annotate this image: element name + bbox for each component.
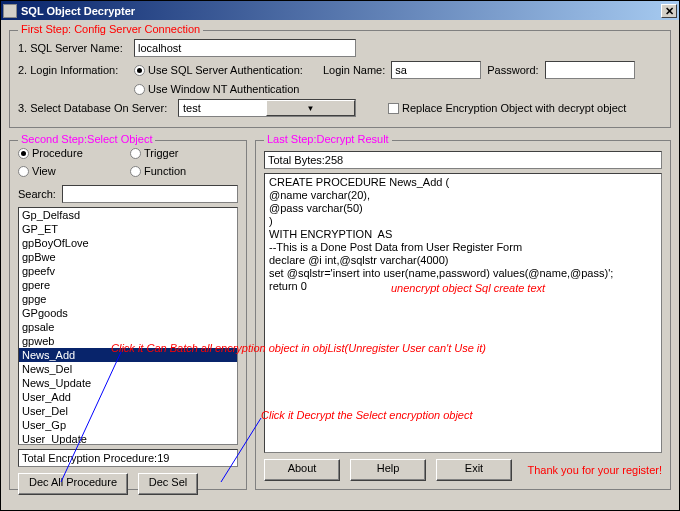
- list-item[interactable]: GPgoods: [19, 306, 237, 320]
- replace-checkbox[interactable]: Replace Encryption Object with decrypt o…: [388, 102, 626, 114]
- list-item[interactable]: gpBwe: [19, 250, 237, 264]
- password-label: Password:: [487, 64, 538, 76]
- chevron-down-icon: ▼: [266, 100, 355, 116]
- function-radio[interactable]: Function: [130, 165, 238, 177]
- list-item[interactable]: User_Gp: [19, 418, 237, 432]
- login-name-label: Login Name:: [323, 64, 385, 76]
- login-name-input[interactable]: [391, 61, 481, 79]
- list-item[interactable]: News_Del: [19, 362, 237, 376]
- list-item[interactable]: User_Add: [19, 390, 237, 404]
- thank-you-label: Thank you for your register!: [527, 464, 662, 476]
- total-count: Total Encryption Procedure:19: [18, 449, 238, 467]
- list-item[interactable]: gpweb: [19, 334, 237, 348]
- exit-button[interactable]: Exit: [436, 459, 512, 481]
- search-label: Search:: [18, 188, 56, 200]
- total-bytes: Total Bytes:258: [264, 151, 662, 169]
- app-icon: [3, 4, 17, 18]
- procedure-radio[interactable]: Procedure: [18, 147, 126, 159]
- sql-auth-radio[interactable]: Use SQL Server Authentication:: [134, 64, 303, 76]
- window-title: SQL Object Decrypter: [21, 5, 661, 17]
- result-textarea[interactable]: CREATE PROCEDURE News_Add ( @name varcha…: [264, 173, 662, 453]
- dec-all-button[interactable]: Dec All Procedure: [18, 473, 128, 495]
- list-item[interactable]: gpge: [19, 292, 237, 306]
- nt-auth-radio[interactable]: Use Window NT Authentication: [134, 83, 299, 95]
- second-step-legend: Second Step:Select Object: [18, 133, 155, 145]
- first-step-legend: First Step: Config Server Connection: [18, 23, 203, 35]
- login-info-label: 2. Login Information:: [18, 64, 128, 76]
- password-input[interactable]: [545, 61, 635, 79]
- database-select[interactable]: test ▼: [178, 99, 356, 117]
- list-item[interactable]: User_Del: [19, 404, 237, 418]
- search-input[interactable]: [62, 185, 238, 203]
- about-button[interactable]: About: [264, 459, 340, 481]
- server-name-input[interactable]: [134, 39, 356, 57]
- help-button[interactable]: Help: [350, 459, 426, 481]
- list-item[interactable]: Gp_Delfasd: [19, 208, 237, 222]
- second-step-group: Second Step:Select Object Procedure Trig…: [9, 140, 247, 490]
- close-button[interactable]: ✕: [661, 4, 677, 18]
- trigger-radio[interactable]: Trigger: [130, 147, 238, 159]
- last-step-group: Last Step:Decrypt Result Total Bytes:258…: [255, 140, 671, 490]
- list-item[interactable]: News_Update: [19, 376, 237, 390]
- list-item[interactable]: News_Add: [19, 348, 237, 362]
- list-item[interactable]: gpere: [19, 278, 237, 292]
- dec-sel-button[interactable]: Dec Sel: [138, 473, 198, 495]
- list-item[interactable]: GP_ET: [19, 222, 237, 236]
- last-step-legend: Last Step:Decrypt Result: [264, 133, 392, 145]
- first-step-group: First Step: Config Server Connection 1. …: [9, 30, 671, 128]
- list-item[interactable]: User_Update: [19, 432, 237, 445]
- list-item[interactable]: gpeefv: [19, 264, 237, 278]
- select-db-label: 3. Select Database On Server:: [18, 102, 172, 114]
- list-item[interactable]: gpBoyOfLove: [19, 236, 237, 250]
- object-list[interactable]: Gp_DelfasdGP_ETgpBoyOfLovegpBwegpeefvgpe…: [18, 207, 238, 445]
- server-name-label: 1. SQL Server Name:: [18, 42, 128, 54]
- list-item[interactable]: gpsale: [19, 320, 237, 334]
- view-radio[interactable]: View: [18, 165, 126, 177]
